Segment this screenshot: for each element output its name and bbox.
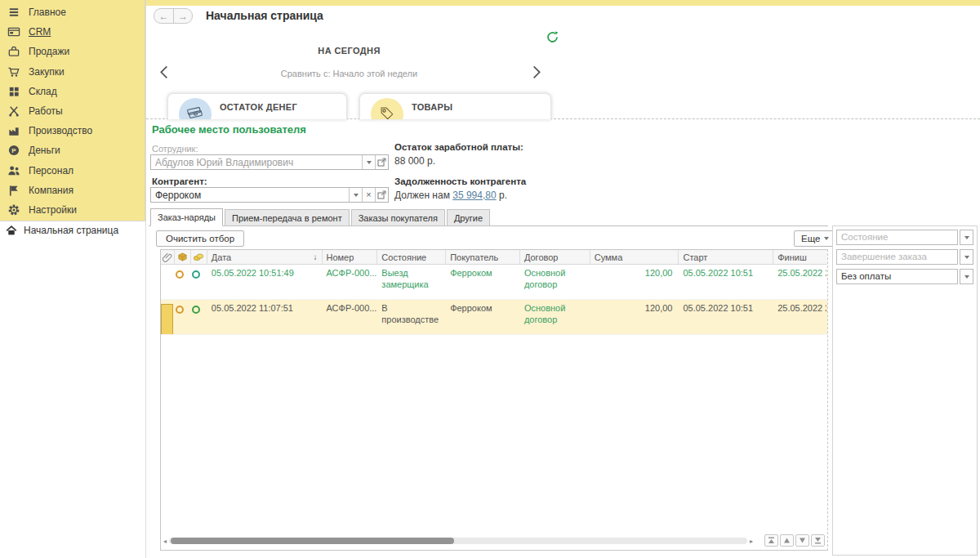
filter-payment-input[interactable]: Без оплаты bbox=[836, 269, 958, 284]
close-icon: × bbox=[366, 190, 371, 199]
cell-number: АСФР-000... bbox=[323, 300, 378, 334]
sidebar-item-home-page[interactable]: Начальная страница bbox=[0, 221, 145, 239]
compare-text: Сравнить с: Начало этой недели bbox=[146, 69, 552, 78]
sidebar-item-settings[interactable]: Настройки bbox=[0, 200, 145, 220]
go-to-top-button[interactable] bbox=[764, 534, 778, 547]
row-selector-cell bbox=[161, 265, 175, 299]
scrollbar-thumb[interactable] bbox=[171, 538, 454, 544]
sidebar-item-sales[interactable]: Продажи bbox=[0, 42, 145, 61]
more-button[interactable]: Еще bbox=[794, 230, 836, 247]
home-icon bbox=[6, 225, 17, 236]
filter-order-completion-input[interactable]: Завершение заказа bbox=[836, 249, 958, 265]
sidebar-item-staff[interactable]: Персонал bbox=[0, 161, 145, 181]
filter-order-completion-dropdown-button[interactable] bbox=[960, 249, 973, 265]
table-header-row: Дата ↓ Номер Состояние Покупатель Догово… bbox=[161, 250, 827, 265]
cell-state: В производстве bbox=[377, 300, 446, 334]
cell-number: АСФР-000... bbox=[323, 265, 378, 299]
cell-buyer: Ферроком bbox=[446, 300, 520, 334]
chevron-right-icon bbox=[530, 65, 541, 80]
tab-other[interactable]: Другие bbox=[447, 209, 490, 226]
sidebar: Главное CRM Продажи Закупки Склад Работы… bbox=[0, 0, 145, 558]
to-top-icon bbox=[768, 537, 775, 544]
salary-value: 88 000 р. bbox=[394, 155, 435, 167]
price-tag-icon bbox=[371, 98, 403, 119]
column-label: Дата bbox=[212, 252, 231, 262]
filter-payment: Без оплаты bbox=[836, 269, 973, 284]
contractor-value[interactable]: Ферроком bbox=[151, 188, 349, 202]
clear-filter-button[interactable]: Очистить отбор bbox=[156, 230, 244, 247]
sidebar-item-money[interactable]: Р Деньги bbox=[0, 141, 145, 160]
debt-amount-link[interactable]: 35 994,80 bbox=[452, 190, 496, 201]
filter-state-input[interactable]: Состояние bbox=[836, 230, 958, 245]
contractor-dropdown-button[interactable] bbox=[349, 188, 362, 202]
page-title: Начальная страница bbox=[206, 9, 323, 22]
sidebar-item-label: Персонал bbox=[29, 165, 74, 176]
card-label: ТОВАРЫ bbox=[412, 102, 452, 112]
card-goods[interactable]: ТОВАРЫ bbox=[359, 93, 551, 119]
company-flag-icon bbox=[7, 184, 20, 197]
filters-panel: Состояние Завершение заказа Без оплаты bbox=[832, 225, 978, 556]
employee-label: Сотрудник: bbox=[152, 144, 198, 154]
employee-dropdown-button[interactable] bbox=[362, 155, 375, 169]
column-number[interactable]: Номер bbox=[323, 250, 378, 264]
column-start[interactable]: Старт bbox=[679, 250, 773, 264]
column-payment[interactable] bbox=[191, 250, 207, 264]
column-finish[interactable]: Финиш bbox=[773, 250, 827, 264]
sidebar-item-label: CRM bbox=[29, 26, 51, 38]
horizontal-scrollbar: ◂ ▸ bbox=[163, 536, 753, 546]
more-label: Еще bbox=[801, 234, 820, 243]
chevron-down-icon bbox=[964, 256, 969, 261]
employee-open-button[interactable] bbox=[375, 155, 388, 169]
sidebar-item-crm[interactable]: CRM bbox=[0, 22, 145, 42]
tab-customer-orders[interactable]: Заказы покупателя bbox=[351, 209, 445, 226]
filter-state-dropdown-button[interactable] bbox=[960, 230, 973, 245]
column-sum[interactable]: Сумма bbox=[590, 250, 679, 264]
employee-value[interactable]: Абдулов Юрий Владимирович bbox=[151, 155, 362, 169]
cell-contract: Основной договор bbox=[520, 300, 590, 334]
sidebar-item-main[interactable]: Главное bbox=[0, 2, 145, 22]
contractor-open-button[interactable] bbox=[375, 188, 388, 202]
column-date[interactable]: Дата ↓ bbox=[207, 250, 323, 264]
sidebar-item-works[interactable]: Работы bbox=[0, 101, 145, 121]
main-area: ← → Начальная страница НА СЕГОДНЯ Сравни… bbox=[145, 0, 980, 558]
scroll-left-arrow[interactable]: ◂ bbox=[163, 538, 167, 545]
today-dashboard: НА СЕГОДНЯ Сравнить с: Начало этой недел… bbox=[146, 27, 980, 119]
column-attachment[interactable] bbox=[161, 250, 175, 264]
back-button[interactable]: ← bbox=[154, 9, 173, 23]
table-row[interactable]: 05.05.2022 10:51:49 АСФР-000... Выезд за… bbox=[161, 265, 827, 300]
compare-next-button[interactable] bbox=[530, 65, 541, 78]
sidebar-item-production[interactable]: Производство bbox=[0, 121, 145, 141]
page-down-button[interactable] bbox=[795, 534, 809, 547]
debt-label: Задолженность контрагента bbox=[394, 176, 526, 186]
card-money-balance[interactable]: ОСТАТОК ДЕНЕГ bbox=[167, 93, 347, 119]
refresh-button[interactable] bbox=[546, 31, 559, 43]
column-contract[interactable]: Договор bbox=[520, 250, 590, 264]
column-posted[interactable] bbox=[175, 250, 191, 264]
debt-text: Должен нам bbox=[394, 190, 450, 201]
cell-date: 05.05.2022 11:07:51 bbox=[207, 300, 323, 334]
salary-label: Остаток заработной платы: bbox=[394, 142, 523, 152]
column-state[interactable]: Состояние bbox=[377, 250, 446, 264]
page-up-button[interactable] bbox=[780, 534, 794, 547]
contractor-clear-button[interactable]: × bbox=[362, 188, 375, 202]
go-to-bottom-button[interactable] bbox=[811, 534, 825, 547]
forward-button[interactable]: → bbox=[173, 9, 192, 23]
sidebar-item-company[interactable]: Компания bbox=[0, 181, 145, 200]
filter-payment-dropdown-button[interactable] bbox=[960, 269, 973, 284]
orders-section: Заказ-наряды Прием-передача в ремонт Зак… bbox=[146, 208, 980, 558]
cell-buyer: Ферроком bbox=[446, 265, 520, 299]
scrollbar-track[interactable] bbox=[169, 538, 747, 544]
scroll-right-arrow[interactable]: ▸ bbox=[750, 538, 753, 545]
tab-work-orders[interactable]: Заказ-наряды bbox=[150, 208, 223, 226]
tab-repair-transfer[interactable]: Прием-передача в ремонт bbox=[225, 209, 350, 226]
menu-icon bbox=[7, 6, 20, 19]
cell-finish: 25.05.2022 23: bbox=[773, 300, 827, 334]
sidebar-item-purchases[interactable]: Закупки bbox=[0, 62, 145, 82]
crm-icon bbox=[7, 25, 20, 38]
today-title: НА СЕГОДНЯ bbox=[146, 46, 552, 56]
table-row-selected[interactable]: 05.05.2022 11:07:51 АСФР-000... В произв… bbox=[161, 300, 827, 335]
page-header: ← → Начальная страница bbox=[146, 6, 980, 27]
column-buyer[interactable]: Покупатель bbox=[446, 250, 520, 264]
works-icon bbox=[7, 105, 20, 118]
sidebar-item-warehouse[interactable]: Склад bbox=[0, 82, 145, 101]
